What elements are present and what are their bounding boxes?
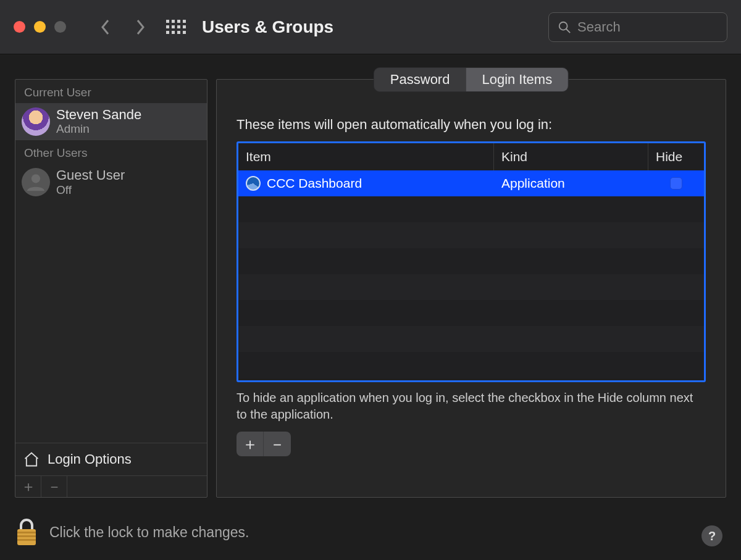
user-name: Steven Sande: [56, 107, 141, 122]
svg-rect-5: [17, 535, 36, 537]
app-icon: [246, 176, 261, 191]
lock-text: Click the lock to make changes.: [49, 524, 249, 541]
svg-point-0: [559, 22, 567, 30]
tab-bar: Password Login Items: [374, 67, 569, 92]
forward-button[interactable]: [125, 10, 155, 44]
table-header: Item Kind Hide: [238, 143, 704, 170]
other-users-section-label: Other Users: [15, 140, 207, 164]
item-name: CCC Dashboard: [267, 176, 362, 191]
remove-user-button[interactable]: －: [41, 476, 67, 497]
show-all-prefs-button[interactable]: [161, 10, 191, 44]
user-status: Off: [56, 183, 125, 197]
home-icon: [23, 451, 40, 468]
titlebar: Users & Groups: [0, 0, 741, 54]
sidebar-user-guest[interactable]: Guest User Off: [15, 164, 207, 200]
login-items-intro: These items will open automatically when…: [237, 117, 706, 133]
main-panel: Password Login Items These items will op…: [216, 79, 726, 498]
hide-checkbox[interactable]: [670, 177, 682, 190]
close-window-button[interactable]: [14, 21, 25, 33]
login-options-label: Login Options: [48, 451, 132, 467]
zoom-window-button[interactable]: [54, 21, 66, 33]
grid-icon: [166, 20, 186, 34]
remove-login-item-button[interactable]: －: [264, 432, 291, 456]
current-user-section-label: Current User: [15, 80, 207, 103]
search-field[interactable]: [548, 12, 727, 42]
user-name: Guest User: [56, 167, 125, 183]
login-items-table: Item Kind Hide CCC Dashboard Application: [237, 141, 706, 382]
back-button[interactable]: [91, 10, 120, 44]
tab-login-items[interactable]: Login Items: [466, 68, 568, 91]
lock-bar: Click the lock to make changes.: [15, 518, 249, 546]
minimize-window-button[interactable]: [34, 21, 46, 33]
login-options-button[interactable]: Login Options: [15, 443, 207, 475]
table-row[interactable]: CCC Dashboard Application: [238, 170, 704, 196]
sidebar-add-remove: ＋ －: [15, 475, 207, 497]
window-title: Users & Groups: [202, 17, 333, 37]
nav-arrows: [91, 10, 155, 44]
svg-rect-6: [17, 539, 36, 541]
search-input[interactable]: [577, 19, 718, 35]
avatar: [22, 107, 50, 136]
help-button[interactable]: ?: [701, 525, 722, 546]
col-item[interactable]: Item: [238, 143, 494, 170]
sidebar-user-current[interactable]: Steven Sande Admin: [15, 103, 207, 140]
svg-line-1: [566, 28, 570, 32]
window-controls: [14, 21, 66, 33]
col-kind[interactable]: Kind: [494, 143, 648, 170]
table-body: CCC Dashboard Application: [238, 170, 704, 380]
search-icon: [558, 20, 571, 34]
login-items-add-remove: ＋ －: [237, 432, 291, 456]
add-login-item-button[interactable]: ＋: [237, 432, 264, 456]
users-sidebar: Current User Steven Sande Admin Other Us…: [15, 79, 207, 498]
add-user-button[interactable]: ＋: [15, 476, 41, 497]
avatar: [22, 168, 50, 196]
lock-icon[interactable]: [15, 518, 38, 546]
item-kind: Application: [494, 176, 648, 191]
user-role: Admin: [56, 122, 141, 136]
tab-password[interactable]: Password: [374, 68, 466, 91]
hide-help-text: To hide an application when you log in, …: [237, 390, 706, 423]
col-hide[interactable]: Hide: [648, 143, 704, 170]
svg-rect-4: [17, 532, 36, 533]
svg-point-2: [31, 174, 40, 183]
